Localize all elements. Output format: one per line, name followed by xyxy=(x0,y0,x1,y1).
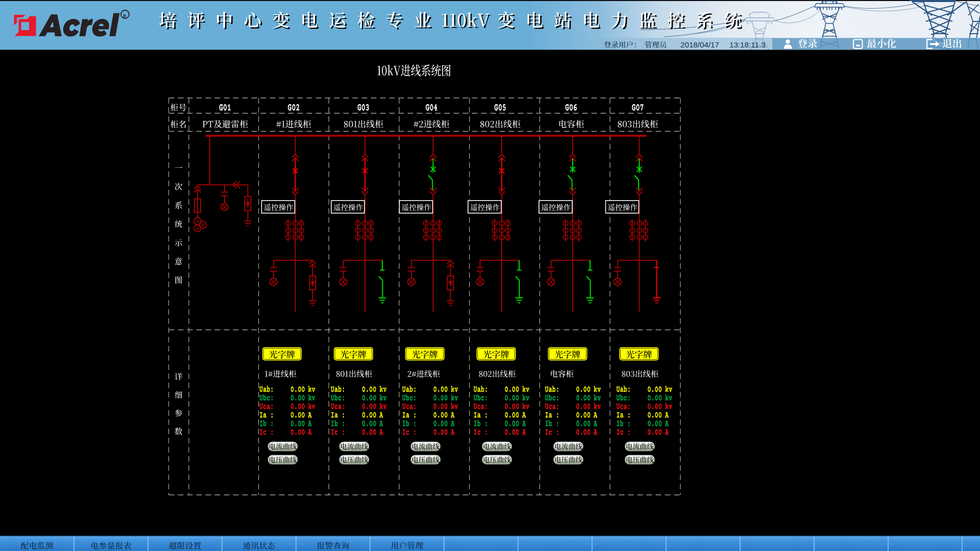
svg-text:2018/04/17: 2018/04/17 xyxy=(680,40,719,49)
svg-text:13:18:11.3: 13:18:11.3 xyxy=(729,40,766,49)
